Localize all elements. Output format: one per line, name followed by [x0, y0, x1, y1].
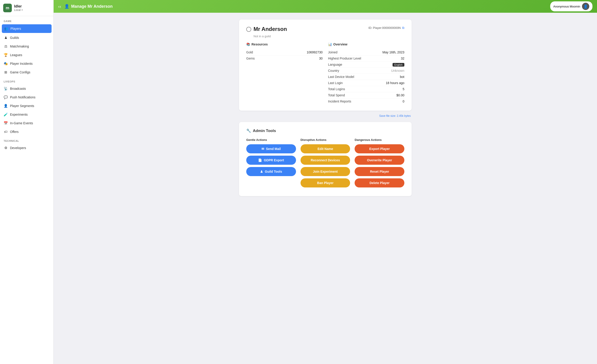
player-card: Mr Anderson Not in a guild ID: Player:00… [239, 20, 412, 111]
page-title: 👤 Manage Mr Anderson [64, 4, 112, 9]
guild-tools-icon: ♟ [260, 170, 263, 173]
content-area: Mr Anderson Not in a guild ID: Player:00… [54, 13, 597, 364]
experiments-icon: 🧪 [4, 112, 8, 117]
logo-icon: m [3, 4, 12, 12]
edit-name-label: Edit Name [318, 147, 333, 151]
section-game-label: Game [0, 16, 53, 24]
delete-player-label: Delete Player [369, 181, 390, 185]
gold-label: Gold [246, 50, 253, 54]
player-id-text: ID: Player:0000000000N [369, 26, 401, 30]
gdpr-export-button[interactable]: 📄 GDPR Export [246, 156, 296, 165]
leagues-icon: 🏆 [4, 53, 8, 57]
sidebar-item-experiments[interactable]: 🧪 Experiments [0, 110, 53, 119]
ban-player-button[interactable]: Ban Player [300, 178, 350, 188]
admin-tools-title: 🔧 Admin Tools [246, 128, 404, 133]
user-icon: 👤 [583, 4, 588, 9]
app-title: Idler [14, 4, 23, 8]
sidebar-item-push-notifications[interactable]: 💬 Push Notifications [0, 93, 53, 102]
sidebar-item-guilds[interactable]: ♟ Guilds [0, 33, 53, 42]
sidebar-item-label: Players [10, 27, 21, 31]
player-name: Mr Anderson [253, 26, 287, 32]
ban-player-label: Ban Player [317, 181, 333, 185]
back-button[interactable]: ‹‹ [58, 4, 61, 9]
resources-section: 📚 Resources Gold 106992730 Gems 30 [246, 42, 322, 104]
configs-icon: ⊞ [4, 70, 8, 74]
matchmaking-icon: ⚖ [4, 44, 8, 48]
overwrite-player-button[interactable]: Overwrite Player [355, 156, 404, 165]
player-name-row: Mr Anderson [246, 26, 287, 32]
sidebar-item-leagues[interactable]: 🏆 Leagues [0, 51, 53, 59]
player-status-circle [246, 27, 251, 32]
resources-title-text: Resources [251, 42, 268, 46]
sidebar-item-label: Leagues [10, 53, 22, 57]
player-data-grid: 📚 Resources Gold 106992730 Gems 30 [246, 42, 404, 104]
reset-player-button[interactable]: Reset Player [355, 167, 404, 176]
overview-producer-level: Highest Producer Level 32 [328, 55, 404, 62]
push-icon: 💬 [4, 95, 8, 99]
player-guild: Not in a guild [253, 35, 271, 38]
overview-title-text: Overview [333, 42, 347, 46]
sidebar-item-label: Developers [10, 146, 26, 150]
sidebar-item-broadcasts[interactable]: 📡 Broadcasts [0, 84, 53, 93]
overview-country: Country Unknown [328, 68, 404, 74]
sidebar-item-player-segments[interactable]: 👤 Player Segments [0, 102, 53, 110]
delete-player-button[interactable]: Delete Player [355, 178, 404, 188]
overview-icon: 📊 [328, 42, 332, 46]
send-mail-button[interactable]: ✉ Send Mail [246, 144, 296, 153]
sidebar-item-players[interactable]: 👥 Players [2, 24, 52, 33]
overview-device: Last Device Model bot [328, 74, 404, 80]
overwrite-player-label: Overwrite Player [367, 158, 392, 162]
guilds-icon: ♟ [4, 36, 8, 40]
resource-gold-row: Gold 106992730 [246, 49, 322, 55]
export-player-label: Export Player [369, 147, 390, 151]
overview-joined: Joined May 16th, 2023 [328, 49, 404, 55]
guild-tools-label: Guild Tools [265, 170, 282, 173]
sidebar-item-matchmaking[interactable]: ⚖ Matchmaking [0, 42, 53, 51]
overview-last-login: Last Login 18 hours ago [328, 80, 404, 86]
dangerous-actions-col: Dangerous Actions Export Player Overwrit… [355, 138, 404, 190]
sidebar-item-offers[interactable]: 🏷 Offers [0, 127, 53, 136]
developers-icon: ⚙ [4, 146, 8, 150]
sidebar-item-player-incidents[interactable]: 🎭 Player Incidents [0, 59, 53, 68]
sidebar-item-label: Offers [10, 130, 19, 134]
gentle-actions-col: Gentle Actions ✉ Send Mail 📄 GDPR Export… [246, 138, 296, 190]
overview-incident-reports: Incident Reports 0 [328, 98, 404, 104]
player-name-section: Mr Anderson Not in a guild [246, 26, 287, 38]
sidebar-item-in-game-events[interactable]: 📅 In-Game Events [0, 119, 53, 127]
save-file-info: Save file size: 2.45k bytes [239, 114, 412, 118]
section-technical-label: Technical [0, 136, 53, 144]
sidebar-item-developers[interactable]: ⚙ Developers [0, 144, 53, 152]
send-mail-icon: ✉ [261, 147, 264, 151]
gdpr-icon: 📄 [258, 158, 262, 162]
save-file-size: 2.45k bytes [397, 114, 411, 118]
person-icon: 👤 [64, 4, 69, 9]
copy-id-button[interactable]: ⧉ [402, 26, 404, 30]
sidebar-item-label: Experiments [10, 113, 28, 116]
gems-value: 30 [319, 56, 322, 60]
export-player-button[interactable]: Export Player [355, 144, 404, 153]
main: ‹‹ 👤 Manage Mr Anderson Anonymous Moomin… [54, 0, 597, 364]
sidebar-item-label: Broadcasts [10, 87, 26, 90]
join-experiment-button[interactable]: Join Experiment [300, 167, 350, 176]
guild-tools-button[interactable]: ♟ Guild Tools [246, 167, 296, 176]
incidents-icon: 🎭 [4, 62, 8, 66]
overview-section: 📊 Overview Joined May 16th, 2023 Highest… [328, 42, 404, 104]
reconnect-devices-button[interactable]: Reconnect Devices [300, 156, 350, 165]
header: ‹‹ 👤 Manage Mr Anderson Anonymous Moomin… [54, 0, 597, 13]
sidebar-item-label: Player Segments [10, 104, 34, 108]
events-icon: 📅 [4, 121, 8, 125]
overview-total-spend: Total Spend $0.00 [328, 92, 404, 98]
edit-name-button[interactable]: Edit Name [300, 144, 350, 153]
player-id: ID: Player:0000000000N ⧉ [369, 26, 404, 30]
broadcasts-icon: 📡 [4, 87, 8, 91]
actions-grid: Gentle Actions ✉ Send Mail 📄 GDPR Export… [246, 138, 404, 190]
disruptive-actions-title: Disruptive Actions [300, 138, 350, 142]
disruptive-actions-col: Disruptive Actions Edit Name Reconnect D… [300, 138, 350, 190]
user-avatar[interactable]: 👤 [582, 3, 589, 10]
admin-tools-card: 🔧 Admin Tools Gentle Actions ✉ Send Mail… [239, 122, 412, 196]
admin-tools-title-text: Admin Tools [253, 129, 276, 133]
gold-value: 106992730 [307, 50, 322, 54]
sidebar-item-game-configs[interactable]: ⊞ Game Configs [0, 68, 53, 77]
gdpr-label: GDPR Export [264, 158, 284, 162]
user-menu[interactable]: Anonymous Moomin 👤 [550, 1, 593, 11]
